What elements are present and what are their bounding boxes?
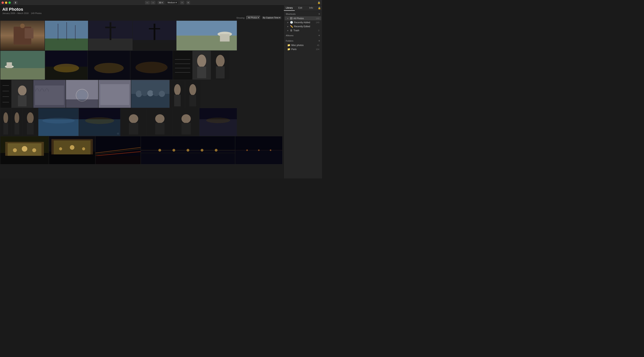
disclosure-icon: ▶ bbox=[287, 18, 289, 19]
photo-cell[interactable] bbox=[121, 108, 146, 136]
photo-cell[interactable] bbox=[45, 21, 88, 50]
showing-filter-button[interactable]: All Photos ▾ bbox=[246, 16, 260, 20]
photo-cell[interactable] bbox=[88, 21, 132, 50]
photo-cell[interactable] bbox=[38, 108, 79, 136]
paris-label: Paris bbox=[291, 48, 315, 50]
svg-point-109 bbox=[13, 148, 17, 152]
view-toggle-button[interactable]: ⊞ ▾ bbox=[158, 1, 164, 4]
heart-icon: ♡ bbox=[117, 132, 119, 135]
shortcuts-label: Shortcuts bbox=[286, 13, 296, 15]
photo-cell[interactable] bbox=[170, 80, 185, 108]
photo-cell[interactable] bbox=[211, 51, 229, 80]
photo-cell[interactable] bbox=[88, 51, 130, 80]
svg-point-31 bbox=[94, 63, 124, 73]
maximize-button[interactable] bbox=[8, 2, 11, 4]
tab-info[interactable]: Info bbox=[306, 5, 317, 11]
photo-cell[interactable] bbox=[141, 136, 235, 164]
svg-rect-101 bbox=[200, 108, 237, 119]
photo-cell[interactable] bbox=[133, 21, 176, 50]
photo-cell[interactable] bbox=[131, 80, 170, 108]
toolbar-center: ← → ⊞ ▾ Medium ▾ − + bbox=[145, 1, 190, 4]
sidebar-item-paris[interactable]: 📁 Paris 104 bbox=[284, 47, 321, 51]
sidebar-item-trash[interactable]: ▶ 🗑 Trash 0 bbox=[284, 28, 321, 32]
svg-point-52 bbox=[18, 86, 27, 96]
sidebar-item-recently-edited[interactable]: ▶ ✏️ Recently Edited bbox=[284, 24, 321, 28]
shortcuts-add-button[interactable]: + bbox=[318, 12, 320, 16]
photo-cell[interactable] bbox=[12, 108, 22, 136]
photo-cell[interactable] bbox=[0, 21, 44, 50]
recently-added-label: Recently Added bbox=[294, 21, 315, 24]
photo-cell[interactable] bbox=[33, 80, 66, 108]
svg-rect-77 bbox=[4, 123, 8, 134]
close-button[interactable] bbox=[2, 2, 4, 4]
lock-icon: 🔒 bbox=[318, 1, 320, 4]
svg-point-110 bbox=[22, 146, 28, 152]
svg-point-67 bbox=[153, 89, 160, 96]
photo-cell[interactable] bbox=[185, 80, 200, 108]
paris-count: 104 bbox=[316, 48, 319, 50]
svg-rect-55 bbox=[35, 86, 64, 105]
tab-lock[interactable]: 🔒 bbox=[317, 5, 322, 11]
svg-point-65 bbox=[141, 89, 148, 96]
svg-rect-46 bbox=[0, 80, 11, 108]
photo-cell[interactable] bbox=[49, 136, 95, 164]
svg-rect-10 bbox=[110, 22, 111, 40]
sidebar-item-all-photos[interactable]: ▶ 🖼 All Photos 149 bbox=[284, 16, 321, 20]
svg-rect-71 bbox=[174, 95, 181, 106]
photo-cell[interactable] bbox=[235, 136, 282, 164]
zoom-in-button[interactable]: + bbox=[186, 1, 190, 4]
trash-icon: 🗑 bbox=[290, 29, 292, 32]
photo-cell[interactable] bbox=[0, 51, 45, 80]
photo-cell[interactable] bbox=[98, 80, 131, 108]
svg-point-111 bbox=[32, 148, 36, 152]
svg-rect-83 bbox=[27, 123, 34, 134]
zoom-out-button[interactable]: − bbox=[180, 1, 184, 4]
photo-cell[interactable] bbox=[0, 108, 11, 136]
sidebar-item-recently-added[interactable]: ▶ 🕐 Recently Added 149 bbox=[284, 20, 321, 24]
sort-button[interactable]: By Capture Time ▾ bbox=[262, 16, 281, 19]
svg-point-73 bbox=[189, 84, 196, 95]
misc-photos-count: 45 bbox=[317, 44, 319, 46]
svg-point-34 bbox=[136, 62, 168, 73]
svg-rect-134 bbox=[235, 150, 282, 164]
back-button[interactable]: ← bbox=[145, 1, 150, 4]
photo-cell[interactable] bbox=[0, 136, 49, 164]
photo-cell[interactable] bbox=[45, 51, 88, 80]
tab-library[interactable]: Library bbox=[284, 5, 295, 11]
sidebar-item-misc-photos[interactable]: 📁 Misc photos 45 bbox=[284, 43, 321, 47]
svg-rect-14 bbox=[133, 40, 176, 50]
recently-added-count: 149 bbox=[316, 21, 319, 24]
main-layout: All Photos January 2009 – March 2018 149… bbox=[0, 5, 322, 178]
upload-button[interactable]: ⬆ bbox=[14, 1, 18, 4]
forward-button[interactable]: → bbox=[150, 1, 155, 4]
photo-cell[interactable] bbox=[192, 51, 211, 80]
photo-cell[interactable] bbox=[147, 108, 173, 136]
svg-rect-74 bbox=[189, 95, 196, 106]
photo-cell[interactable] bbox=[66, 80, 98, 108]
photo-cell[interactable] bbox=[23, 108, 38, 136]
svg-point-117 bbox=[70, 145, 74, 150]
photo-cell[interactable] bbox=[173, 108, 199, 136]
photo-cell[interactable] bbox=[173, 51, 192, 80]
titlebar: ⬆ ← → ⊞ ▾ Medium ▾ − + 🔒 bbox=[0, 0, 322, 5]
svg-rect-9 bbox=[88, 38, 132, 50]
misc-photos-label: Misc photos bbox=[291, 44, 316, 46]
svg-rect-53 bbox=[18, 95, 27, 106]
svg-rect-42 bbox=[197, 67, 206, 78]
folders-add-button[interactable]: + bbox=[318, 39, 320, 42]
photo-cell[interactable] bbox=[0, 80, 11, 108]
svg-rect-2 bbox=[25, 28, 34, 38]
photo-cell[interactable] bbox=[12, 80, 33, 108]
photo-cell[interactable] bbox=[96, 136, 140, 164]
svg-point-64 bbox=[136, 90, 142, 97]
albums-add-button[interactable]: + bbox=[318, 34, 320, 37]
svg-rect-57 bbox=[66, 100, 98, 108]
photo-cell[interactable] bbox=[200, 108, 237, 136]
photo-cell[interactable] bbox=[130, 51, 172, 80]
svg-rect-7 bbox=[75, 25, 76, 40]
photo-cell[interactable]: ♡ bbox=[79, 108, 120, 136]
tab-edit[interactable]: Edit bbox=[295, 5, 306, 11]
photo-cell[interactable] bbox=[176, 21, 237, 50]
minimize-button[interactable] bbox=[5, 2, 7, 4]
svg-rect-16 bbox=[149, 28, 160, 29]
